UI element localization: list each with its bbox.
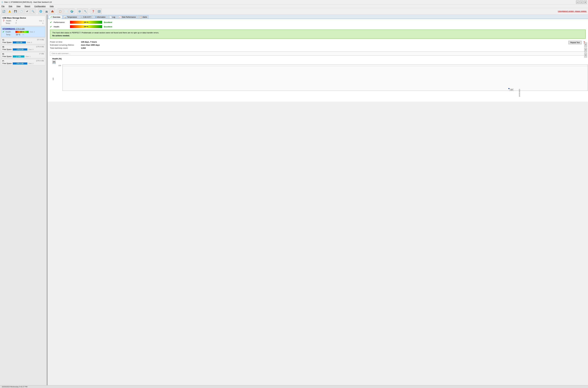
toolbar-search-btn[interactable]: 🔍	[30, 9, 36, 14]
drive-d-disk-ref: Disk: 0	[28, 48, 33, 50]
st-disk-name[interactable]: ST3300822AS	[2, 28, 15, 30]
tab-information[interactable]: ℹ Information	[94, 15, 107, 19]
tab-log[interactable]: 📄 Log	[108, 15, 117, 19]
drive-e-section: E: (? GB) Free Space (? GB) Disk: 1	[1, 52, 45, 58]
tab-alerts[interactable]: 📋 Alerts	[138, 15, 149, 19]
chart-y-axis: 100	[52, 65, 58, 91]
menu-view[interactable]: View	[16, 5, 21, 8]
toolbar-settings-btn[interactable]: ⚙️	[77, 9, 82, 14]
right-panel: ✔ Overview 📊 Temperature — S.M.A.R.T. ℹ …	[48, 15, 588, 385]
st-disk-section: ST3300822AS (279.5 GB) ✔ Health: 100 % D…	[1, 27, 45, 37]
status-bar: 10/25/2023 Wednesday 5:42:27 PM	[0, 385, 588, 388]
chart-x-date-label: 10/25/2023	[519, 89, 520, 97]
toolbar-gear-btn[interactable]: 🔧	[83, 9, 88, 14]
st-disk-capacity: (279.5 GB)	[16, 28, 25, 30]
overview-content: ✔ Performance: 100 % Excellent ✔ Health:…	[48, 19, 588, 102]
comment-box[interactable]: Click to add comment ...	[50, 51, 586, 56]
tab-smart[interactable]: — S.M.A.R.T.	[79, 15, 93, 19]
drive-e-free-label: Free Space	[2, 55, 12, 57]
tab-overview-icon: ✔	[50, 16, 52, 18]
toolbar-export-btn[interactable]: 📤	[50, 9, 55, 14]
toolbar-list-btn[interactable]: 📋	[58, 9, 63, 14]
toolbar-check-btn[interactable]: ✔	[24, 9, 30, 14]
actions-text: No actions needed.	[52, 34, 583, 37]
tab-temperature-label: Temperature	[67, 16, 77, 18]
drive-d-section: D: (179.9 GB) Free Space 179.8 GB Disk: …	[1, 45, 45, 51]
drive-c-header: C: (57.9 GB)	[2, 39, 44, 41]
st-health-check-icon: ✔	[2, 30, 4, 33]
performance-bar: 100 %	[70, 21, 102, 24]
toolbar-separator-4	[89, 9, 89, 13]
drive-c-capacity: (57.9 GB)	[37, 39, 44, 41]
drive-e-disk-ref: Disk: 1	[25, 56, 31, 57]
performance-row: ✔ Performance: 100 % Excellent	[50, 21, 586, 24]
menu-report[interactable]: Report	[24, 5, 31, 8]
menu-disk[interactable]: Disk	[8, 5, 13, 8]
menu-file[interactable]: File	[0, 5, 5, 8]
drive-f-letter: F:	[2, 60, 4, 62]
unregistered-notice[interactable]: Unregistered version, please register.	[558, 10, 587, 12]
chart-y-axis-label: 100	[52, 78, 54, 80]
status-bar-text: 10/25/2023 Wednesday 5:42:27 PM	[2, 386, 27, 388]
drive-f-free-value: 279.4 GB	[17, 63, 23, 64]
st-temp-value: 23 °C	[16, 34, 20, 36]
chart-save-icon[interactable]: 💾	[52, 60, 56, 64]
usb-device-title: USB Mass Storage Device	[2, 17, 44, 19]
repeat-test-area: Repeat Test ❓	[568, 41, 586, 44]
drive-c-free-row: Free Space 23.5 GB Disk: 0	[2, 41, 44, 44]
side-help-buttons: ? ? ?	[584, 42, 587, 58]
toolbar-warning-btn[interactable]: ⚠️	[7, 9, 12, 14]
comment-placeholder: Click to add comment ...	[52, 52, 70, 54]
toolbar-info-btn[interactable]: ℹ️	[96, 9, 102, 14]
info-actions-row: Power on time: 128 days, 7 hours Estimat…	[50, 41, 586, 50]
st-health-label: Health:	[5, 31, 14, 33]
toolbar-separator-3	[76, 9, 76, 13]
minimize-button[interactable]: —	[576, 0, 579, 4]
tab-temperature[interactable]: 📊 Temperature	[63, 15, 78, 19]
tab-overview-label: Overview	[53, 16, 60, 18]
tab-log-icon: 📄	[109, 16, 112, 18]
st-health-bar: 100 %	[16, 31, 29, 33]
side-help-btn-1[interactable]: ?	[584, 42, 587, 47]
menu-help[interactable]: Help	[49, 5, 55, 8]
drive-d-free-bar: 179.8 GB	[13, 48, 27, 50]
health-status: Excellent	[104, 25, 112, 28]
drive-c-free-value: 23.5 GB	[16, 42, 22, 43]
tab-information-icon: ℹ	[95, 16, 96, 18]
drive-f-free-row: Free Space 279.4 GB Disk: 2	[2, 62, 44, 65]
drive-d-free-label: Free Space	[2, 48, 12, 50]
tab-temperature-icon: 📊	[64, 16, 66, 18]
side-help-btn-2[interactable]: ?	[584, 48, 587, 52]
drive-f-capacity: (279.5 GB)	[36, 60, 44, 62]
toolbar-network-btn[interactable]: 🌐	[38, 9, 44, 14]
toolbar-email-btn[interactable]: ✉️	[64, 9, 69, 14]
start-stop-row: Total start/stop count: 1,916	[50, 47, 100, 49]
chart-area: 100 100	[63, 65, 588, 91]
drive-c-disk-ref: Disk: 0	[27, 42, 32, 43]
drive-e-letter: E:	[2, 53, 4, 55]
title-bar-controls: — □ ✕	[576, 0, 587, 4]
toolbar-globe-btn[interactable]: 🌍	[69, 9, 74, 14]
toolbar-refresh-btn[interactable]: 🔄	[1, 9, 6, 14]
toolbar-help-btn[interactable]: ❓	[90, 9, 96, 14]
drive-e-free-value: (? GB)	[16, 56, 21, 57]
performance-status: Excellent	[104, 21, 112, 24]
maximize-button[interactable]: □	[580, 0, 583, 4]
usb-health-value: ?	[16, 20, 38, 22]
health-check-icon: ✔	[50, 25, 52, 28]
toolbar-disk-btn[interactable]: 💾	[13, 9, 18, 14]
side-help-btn-3[interactable]: ?	[584, 53, 587, 58]
power-on-time-label: Power on time:	[50, 41, 79, 43]
performance-bar-text: 100 %	[70, 21, 102, 24]
tab-overview[interactable]: ✔ Overview	[49, 15, 62, 19]
tab-disk-performance[interactable]: 📈 Disk Performance	[117, 15, 137, 19]
usb-health-row: ❓ Health: ? Disk: 1	[2, 20, 44, 22]
usb-device-section: USB Mass Storage Device ❓ Health: ? Disk…	[1, 16, 45, 26]
toolbar-clock-btn[interactable]: 🕐	[19, 9, 24, 14]
toolbar-print-btn[interactable]: 🖨️	[44, 9, 49, 14]
health-bar: 100 %	[70, 25, 102, 28]
repeat-test-button[interactable]: Repeat Test	[568, 41, 582, 44]
close-button[interactable]: ✕	[584, 0, 587, 4]
main-content: USB Mass Storage Device ❓ Health: ? Disk…	[0, 15, 588, 385]
menu-configuration[interactable]: Configuration	[33, 5, 46, 8]
